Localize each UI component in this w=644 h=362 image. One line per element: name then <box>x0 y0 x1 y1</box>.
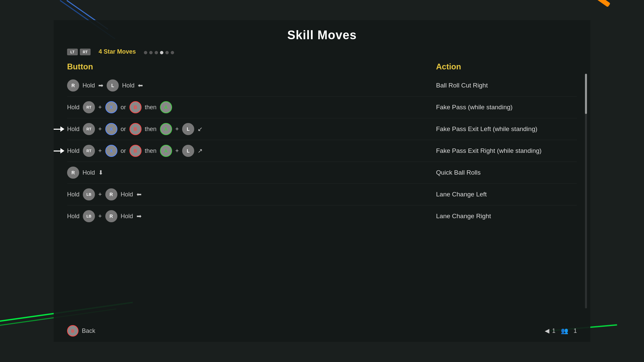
badge-6-3: R <box>105 188 117 200</box>
action-col-7: Lane Change Right <box>436 213 577 220</box>
row-arrow-4 <box>54 148 64 154</box>
button-col-1: RHold➡LHold⬅ <box>67 79 436 92</box>
badge-1-0: R <box>67 79 79 92</box>
arrow-icon-3-10: ↙ <box>198 125 203 133</box>
badge-7-3: R <box>105 210 117 222</box>
word-4-0: Hold <box>67 147 79 155</box>
badge-3-1: RT <box>83 123 95 135</box>
button-col-4: HoldRT+XorBthenA+L↗ <box>67 145 436 157</box>
badge-4-1: RT <box>83 145 95 157</box>
badge-2-7: A <box>160 101 172 113</box>
word-6-2: + <box>98 191 102 198</box>
word-2-2: + <box>98 104 102 111</box>
word-3-2: + <box>98 126 102 133</box>
dot-5[interactable] <box>171 51 174 54</box>
skill-row-6: HoldLB+RHold⬅Lane Change Left <box>67 184 577 205</box>
word-4-6: then <box>145 147 157 155</box>
arrow-icon-5-2: ⬇ <box>98 169 103 176</box>
word-1-4: Hold <box>122 82 135 89</box>
badge-7-1: LB <box>83 210 95 222</box>
badge-3-5: B <box>129 123 142 135</box>
arrow-icon-1-2: ➡ <box>98 82 103 89</box>
word-4-8: + <box>175 147 179 155</box>
badge-4-3: X <box>105 145 117 157</box>
tab-rt[interactable]: RT <box>80 49 91 55</box>
badge-4-5: B <box>129 145 142 157</box>
word-7-4: Hold <box>121 213 133 220</box>
word-2-0: Hold <box>67 104 79 111</box>
dot-3[interactable] <box>160 51 163 54</box>
button-col-7: HoldLB+RHold➡ <box>67 210 436 222</box>
tab-buttons: LT RT <box>67 49 91 55</box>
star-label: 4 Star Moves <box>99 48 136 55</box>
page-title: Skill Moves <box>54 20 590 48</box>
skill-row-2: HoldRT+XorBthenAFake Pass (while standin… <box>67 97 577 118</box>
nav-arrow-left[interactable]: ◀ <box>545 327 549 335</box>
arrow-icon-4-10: ↗ <box>198 147 203 155</box>
word-6-0: Hold <box>67 191 79 198</box>
skill-row-4: HoldRT+XorBthenA+L↗Fake Pass Exit Right … <box>67 140 577 162</box>
page-nav: ◀ 1 <box>545 327 555 335</box>
badge-5-0: R <box>67 167 79 179</box>
word-4-2: + <box>98 147 102 155</box>
columns-header: Button Action <box>54 62 590 71</box>
back-btn-badge: B <box>67 325 78 337</box>
action-col-5: Quick Ball Rolls <box>436 169 577 176</box>
bottom-bar: B Back ◀ 1 👥 1 <box>54 320 590 342</box>
badge-3-7: A <box>160 123 172 135</box>
action-col-4: Fake Pass Exit Right (while standing) <box>436 147 577 155</box>
dot-1[interactable] <box>149 51 153 54</box>
players-icon: 👥 <box>561 327 568 335</box>
badge-2-5: B <box>129 101 142 113</box>
dot-0[interactable] <box>144 51 147 54</box>
word-6-4: Hold <box>121 191 133 198</box>
page-number: 1 <box>552 327 555 335</box>
button-col-5: RHold⬇ <box>67 167 436 179</box>
back-label: Back <box>82 327 95 335</box>
back-button[interactable]: B Back <box>67 325 95 337</box>
dots-container <box>144 51 174 54</box>
badge-4-9: L <box>182 145 194 157</box>
arrow-icon-1-5: ⬅ <box>138 82 143 89</box>
action-col-2: Fake Pass (while standing) <box>436 104 577 111</box>
word-3-4: or <box>121 126 126 133</box>
badge-2-1: RT <box>83 101 95 113</box>
bg-line-orange <box>558 0 610 7</box>
badge-2-3: X <box>105 101 117 113</box>
column-button-header: Button <box>67 62 436 71</box>
word-3-8: + <box>175 126 179 133</box>
arrow-icon-6-5: ⬅ <box>137 191 142 198</box>
page-info: ◀ 1 👥 1 <box>545 327 577 335</box>
skill-row-1: RHold➡LHold⬅Ball Roll Cut Right <box>67 75 577 97</box>
scroll-area: RHold➡LHold⬅Ball Roll Cut RightHoldRT+Xo… <box>54 75 590 227</box>
word-2-6: then <box>145 104 157 111</box>
badge-3-9: L <box>182 123 194 135</box>
word-3-0: Hold <box>67 126 79 133</box>
word-7-2: + <box>98 213 102 220</box>
skill-row-3: HoldRT+XorBthenA+L↙Fake Pass Exit Left (… <box>67 118 577 140</box>
badge-3-3: X <box>105 123 117 135</box>
word-7-0: Hold <box>67 213 79 220</box>
action-col-3: Fake Pass Exit Left (while standing) <box>436 125 577 133</box>
tab-lt[interactable]: LT <box>67 49 78 55</box>
button-col-2: HoldRT+XorBthenA <box>67 101 436 113</box>
skill-row-5: RHold⬇Quick Ball Rolls <box>67 162 577 184</box>
skill-row-7: HoldLB+RHold➡Lane Change Right <box>67 205 577 227</box>
button-col-3: HoldRT+XorBthenA+L↙ <box>67 123 436 135</box>
arrow-icon-7-5: ➡ <box>137 213 142 220</box>
action-col-6: Lane Change Left <box>436 191 577 198</box>
main-panel: Skill Moves LT RT 4 Star Moves Button Ac… <box>54 20 590 342</box>
players-count: 1 <box>574 327 577 335</box>
column-action-header: Action <box>436 62 577 71</box>
scrollbar-thumb <box>585 74 587 114</box>
button-col-6: HoldLB+RHold⬅ <box>67 188 436 200</box>
word-1-1: Hold <box>83 82 95 89</box>
action-col-1: Ball Roll Cut Right <box>436 82 577 89</box>
tab-area: LT RT 4 Star Moves <box>54 48 590 62</box>
scrollbar-track[interactable] <box>585 74 587 308</box>
dot-4[interactable] <box>165 51 169 54</box>
word-3-6: then <box>145 126 157 133</box>
row-arrow-3 <box>54 126 64 132</box>
badge-6-1: LB <box>83 188 95 200</box>
dot-2[interactable] <box>155 51 158 54</box>
